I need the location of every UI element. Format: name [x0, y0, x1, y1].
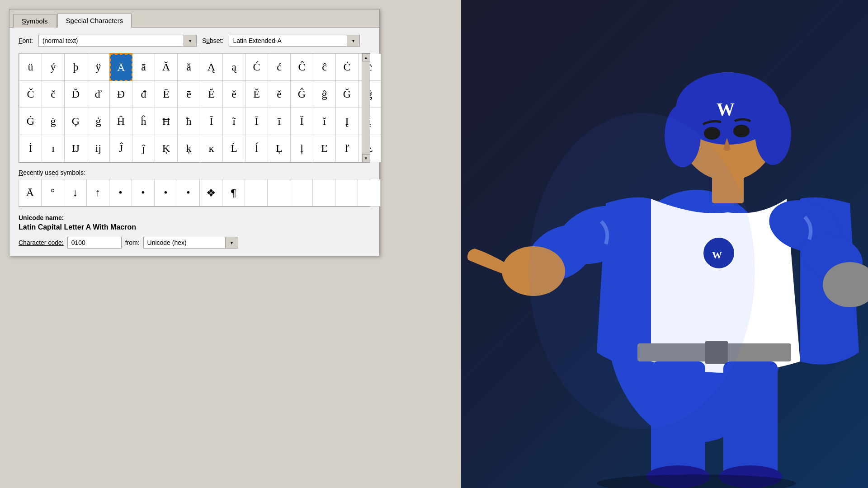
- char-cell[interactable]: Ĵ: [110, 135, 132, 162]
- chevron-down-icon: ▾: [189, 38, 191, 43]
- char-cell[interactable]: Ģ: [65, 108, 87, 135]
- recently-used-label: Recently used symbols:: [19, 169, 370, 176]
- char-cell[interactable]: İ: [19, 135, 42, 162]
- char-cell[interactable]: ĩ: [223, 108, 245, 135]
- char-cell[interactable]: Ĭ: [291, 108, 313, 135]
- char-cell[interactable]: ģ: [87, 108, 110, 135]
- char-code-type-dropdown-button[interactable]: ▾: [225, 237, 238, 248]
- char-cell[interactable]: ć: [268, 54, 291, 81]
- char-cell[interactable]: Ċ: [336, 54, 359, 81]
- char-cell[interactable]: Ĳ: [65, 135, 87, 162]
- char-cell[interactable]: ÿ: [87, 54, 110, 81]
- char-cell[interactable]: Ē: [155, 81, 178, 108]
- char-cell[interactable]: Į: [336, 108, 359, 135]
- scroll-track[interactable]: [362, 61, 370, 154]
- char-cell[interactable]: Ā: [110, 54, 132, 81]
- recent-cell[interactable]: °: [42, 179, 64, 206]
- recent-cell[interactable]: •: [109, 179, 132, 206]
- char-cell[interactable]: Ĉ: [291, 54, 313, 81]
- char-cell[interactable]: Ħ: [155, 108, 178, 135]
- char-cell[interactable]: ĺ: [245, 135, 268, 162]
- char-cell[interactable]: ġ: [42, 108, 65, 135]
- char-cell[interactable]: Ć: [245, 54, 268, 81]
- char-cell[interactable]: č: [42, 81, 65, 108]
- char-cell[interactable]: ı: [42, 135, 65, 162]
- char-cell[interactable]: Đ: [110, 81, 132, 108]
- scroll-down-button[interactable]: ▼: [362, 154, 370, 162]
- char-cell[interactable]: Ķ: [155, 135, 178, 162]
- char-cell[interactable]: Ī: [245, 108, 268, 135]
- char-cell[interactable]: ą: [223, 54, 245, 81]
- char-cell[interactable]: Ĕ: [200, 81, 223, 108]
- char-cell[interactable]: Ą: [200, 54, 223, 81]
- scroll-up-button[interactable]: ▲: [362, 53, 370, 61]
- recent-cell[interactable]: •: [132, 179, 155, 206]
- char-cell[interactable]: ă: [178, 54, 200, 81]
- recent-cell[interactable]: [335, 179, 358, 206]
- char-code-type-input[interactable]: [144, 237, 225, 248]
- recent-cell[interactable]: [245, 179, 268, 206]
- tab-special-characters-label: Special Characters: [66, 17, 123, 24]
- char-cell[interactable]: ü: [19, 54, 42, 81]
- recent-cell[interactable]: [358, 179, 381, 206]
- char-cell[interactable]: ē: [178, 81, 200, 108]
- char-cell[interactable]: Ĩ: [200, 108, 223, 135]
- character-grid: üýþÿĀāĂăĄąĆćĈĉĊċČčĎďĐđĒēĔĕĚěĜĝĞğĠġĢģĤĥĦħ…: [19, 53, 370, 162]
- char-cell[interactable]: Ě: [245, 81, 268, 108]
- tab-bar: Symbols Special Characters: [9, 9, 379, 28]
- char-cell[interactable]: Ĝ: [291, 81, 313, 108]
- char-cell[interactable]: Č: [19, 81, 42, 108]
- scrollbar: ▲ ▼: [362, 53, 370, 162]
- recent-cell[interactable]: ¶: [222, 179, 245, 206]
- char-cell[interactable]: ā: [132, 54, 155, 81]
- char-cell[interactable]: ý: [42, 54, 65, 81]
- font-dropdown-button[interactable]: ▾: [184, 35, 196, 46]
- subset-input[interactable]: [229, 35, 347, 46]
- char-cell[interactable]: ĵ: [132, 135, 155, 162]
- char-cell[interactable]: ĥ: [132, 108, 155, 135]
- recent-cell[interactable]: [313, 179, 335, 206]
- recent-cell[interactable]: [290, 179, 313, 206]
- unicode-section: Unicode name: Latin Capital Letter A Wit…: [19, 214, 370, 231]
- char-cell[interactable]: Ġ: [19, 108, 42, 135]
- background-overlay: [461, 0, 868, 488]
- recent-cell[interactable]: [268, 179, 290, 206]
- char-code-type-select: ▾: [143, 237, 238, 249]
- recent-cell[interactable]: ↑: [87, 179, 109, 206]
- char-cell[interactable]: ħ: [178, 108, 200, 135]
- char-cell[interactable]: ķ: [178, 135, 200, 162]
- char-cell[interactable]: ĕ: [223, 81, 245, 108]
- char-cell[interactable]: þ: [65, 54, 87, 81]
- recent-cell[interactable]: ↓: [64, 179, 87, 206]
- char-cell[interactable]: Ĥ: [110, 108, 132, 135]
- char-cell[interactable]: Ļ: [268, 135, 291, 162]
- char-code-input[interactable]: [67, 237, 122, 249]
- recent-cell[interactable]: Ā: [19, 179, 42, 206]
- recent-cell[interactable]: ❖: [200, 179, 222, 206]
- char-code-row: Character code: from: ▾: [19, 237, 370, 249]
- recent-cell[interactable]: •: [177, 179, 200, 206]
- recently-used-grid: Ā°↓↑••••❖¶: [19, 179, 370, 207]
- char-cell[interactable]: Ğ: [336, 81, 359, 108]
- char-cell[interactable]: ļ: [291, 135, 313, 162]
- tab-special-characters[interactable]: Special Characters: [57, 14, 132, 28]
- char-cell[interactable]: đ: [132, 81, 155, 108]
- char-cell[interactable]: ī: [268, 108, 291, 135]
- char-cell[interactable]: ĭ: [313, 108, 336, 135]
- recent-cell[interactable]: •: [155, 179, 177, 206]
- tab-symbols[interactable]: Symbols: [13, 14, 57, 28]
- char-cell[interactable]: Ľ: [313, 135, 336, 162]
- char-cell[interactable]: ĝ: [313, 81, 336, 108]
- char-cell[interactable]: ľ: [336, 135, 359, 162]
- char-cell[interactable]: ď: [87, 81, 110, 108]
- char-cell[interactable]: Ĺ: [223, 135, 245, 162]
- char-cell[interactable]: ĳ: [87, 135, 110, 162]
- char-cell[interactable]: Ď: [65, 81, 87, 108]
- char-cell[interactable]: ě: [268, 81, 291, 108]
- char-cell[interactable]: ĉ: [313, 54, 336, 81]
- font-input[interactable]: [39, 35, 184, 46]
- char-cell[interactable]: ĸ: [200, 135, 223, 162]
- dialog-container: Symbols Special Characters Font: ▾ Subse…: [9, 9, 380, 256]
- char-cell[interactable]: Ă: [155, 54, 178, 81]
- subset-dropdown-button[interactable]: ▾: [347, 35, 359, 46]
